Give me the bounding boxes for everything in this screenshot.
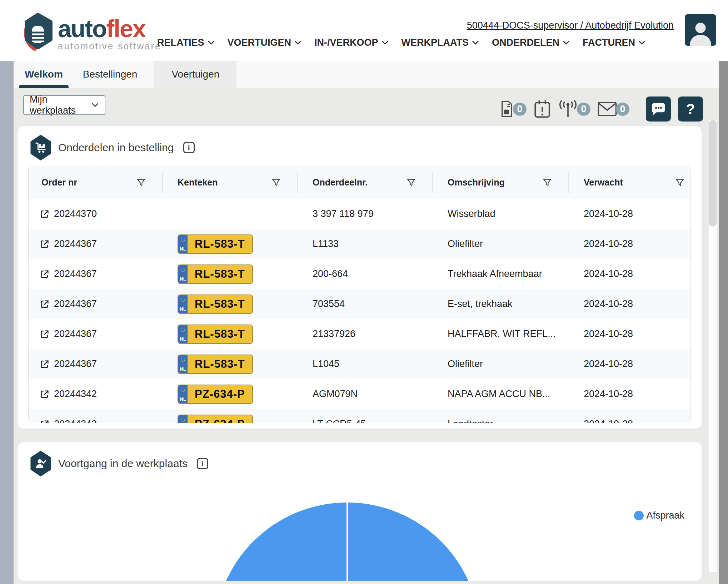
column-header-kenteken: Kenteken (163, 166, 298, 199)
part-description: E-set, trekhaak (448, 298, 513, 310)
chevron-down-icon (472, 40, 479, 45)
table-row[interactable]: 20244367 NL RL-583-T 703554 E-set, trekh… (29, 289, 690, 319)
open-order-icon[interactable] (39, 389, 50, 400)
part-description: Trekhaak Afneembaar (448, 268, 542, 279)
plate-country-strip: NL (178, 325, 188, 343)
nav-in-verkoop[interactable]: IN-/VERKOOP (314, 37, 389, 48)
account-link[interactable]: 500444-DOCS-supervisor / Autobedrijf Evo… (467, 20, 674, 31)
open-order-icon[interactable] (39, 209, 50, 219)
table-row[interactable]: 20244367 NL RL-583-T 21337926 HALFFABR. … (29, 319, 690, 349)
antenna-icon (558, 100, 578, 118)
progress-card: Voortgang in de werkplaats i Afspraak (17, 442, 702, 581)
filter-icon[interactable] (406, 178, 416, 188)
plate-country-strip: NL (178, 355, 188, 373)
license-plate: NL RL-583-T (178, 295, 253, 314)
column-header-verwacht: Verwacht (569, 166, 690, 199)
part-number: LT-CCR5-45 (313, 419, 366, 423)
open-order-icon[interactable] (39, 419, 50, 424)
license-plate: NL RL-583-T (178, 355, 253, 374)
content-scrollbar-thumb[interactable] (709, 120, 717, 227)
part-description: Oliefilter (448, 358, 483, 370)
tab-bar: Welkom Bestellingen Voertuigen (14, 61, 719, 88)
plate-number: PZ-634-P (188, 415, 252, 424)
plate-number: RL-583-T (188, 325, 252, 343)
calendar-status[interactable] (534, 100, 551, 118)
orders-card-title: Onderdelen in bestelling (58, 142, 174, 154)
orders-table-body: 20244370 3 397 118 979 Wisserblad 2024-1… (29, 199, 690, 423)
table-row[interactable]: 20244367 NL RL-583-T L1045 Oliefilter 20… (29, 349, 690, 379)
order-number: 20244367 (54, 358, 97, 370)
nav-voertuigen[interactable]: VOERTUIGEN (228, 37, 302, 48)
antenna-count-badge: 0 (577, 103, 590, 116)
order-number: 20244367 (54, 238, 97, 249)
tab-bestellingen[interactable]: Bestellingen (75, 61, 145, 88)
part-description: Oliefilter (448, 238, 483, 249)
open-order-icon[interactable] (39, 299, 50, 310)
expected-date: 2024-10-28 (584, 298, 633, 310)
part-number: AGM079N (313, 388, 358, 400)
window-scrollbar[interactable] (719, 61, 728, 584)
column-header-order: Order nr (29, 166, 163, 199)
plate-number: RL-583-T (188, 355, 252, 373)
filter-icon[interactable] (542, 178, 552, 188)
tab-voertuigen[interactable]: Voertuigen (154, 61, 236, 88)
license-plate: NL RL-583-T (178, 234, 253, 254)
nav-relaties[interactable]: RELATIES (157, 37, 215, 48)
chat-bubble-icon (651, 102, 666, 116)
app-window: autoflex automotive software RELATIES VO… (0, 0, 728, 584)
orders-card-header: Onderdelen in bestelling i (18, 126, 702, 160)
table-row[interactable]: 20244370 3 397 118 979 Wisserblad 2024-1… (29, 199, 690, 229)
part-number: L1133 (313, 238, 339, 249)
documents-icon (500, 100, 514, 118)
chevron-down-icon (638, 40, 645, 45)
nav-onderdelen[interactable]: ONDERDELEN (492, 37, 570, 48)
chart-legend[interactable]: Afspraak (634, 510, 684, 521)
open-order-icon[interactable] (39, 269, 50, 279)
table-row[interactable]: 20244367 NL RL-583-T L1133 Oliefilter 20… (29, 229, 690, 259)
antenna-status[interactable]: 0 (558, 100, 590, 118)
license-plate: NL PZ-634-P (178, 385, 253, 404)
license-plate: NL RL-583-T (178, 264, 253, 284)
tab-welkom[interactable]: Welkom (17, 61, 71, 88)
plate-country-strip: NL (178, 295, 188, 313)
mail-icon (598, 101, 617, 117)
table-row[interactable]: 20244342 NL PZ-634-P LT-CCR5-45 Laadtest… (29, 409, 690, 423)
table-row[interactable]: 20244342 NL PZ-634-P AGM079N NAPA AGM AC… (29, 379, 690, 409)
avatar[interactable] (685, 14, 716, 46)
filter-icon[interactable] (271, 178, 281, 188)
chat-button[interactable] (646, 96, 671, 122)
chevron-down-icon (563, 40, 570, 45)
filter-icon[interactable] (675, 178, 685, 188)
nav-werkplaats[interactable]: WERKPLAATS (402, 37, 479, 48)
plate-country-strip: NL (178, 265, 188, 283)
expected-date: 2024-10-28 (584, 238, 633, 249)
order-number: 20244367 (54, 328, 97, 340)
autoflex-logo[interactable]: autoflex automotive software (21, 12, 161, 52)
order-number: 20244342 (54, 388, 97, 400)
logo-word-flex: flex (106, 15, 145, 42)
nav-facturen[interactable]: FACTUREN (583, 37, 645, 48)
logo-word-auto: auto (58, 15, 106, 42)
logo-tagline: automotive software (58, 41, 161, 52)
order-number: 20244367 (54, 298, 97, 310)
order-number: 20244370 (54, 208, 97, 219)
help-button[interactable]: ? (678, 96, 703, 122)
logo-text: autoflex automotive software (58, 12, 161, 52)
chevron-down-icon (91, 103, 99, 108)
part-number: 21337926 (313, 328, 355, 340)
part-number: 703554 (313, 298, 345, 310)
info-icon[interactable]: i (183, 142, 195, 153)
info-icon[interactable]: i (197, 458, 208, 469)
pie-slice-divider (346, 503, 348, 581)
person-check-icon (30, 451, 52, 476)
mail-status[interactable]: 0 (598, 101, 629, 117)
open-order-icon[interactable] (39, 329, 50, 340)
workshop-select[interactable]: Mijn werkplaats (23, 95, 105, 115)
content-area: Mijn werkplaats 0 (14, 88, 719, 584)
documents-status[interactable]: 0 (500, 100, 527, 118)
open-order-icon[interactable] (39, 359, 50, 370)
table-row[interactable]: 20244367 NL RL-583-T 200-664 Trekhaak Af… (29, 259, 690, 289)
expected-date: 2024-10-28 (584, 328, 633, 340)
open-order-icon[interactable] (39, 239, 50, 249)
filter-icon[interactable] (136, 178, 146, 188)
